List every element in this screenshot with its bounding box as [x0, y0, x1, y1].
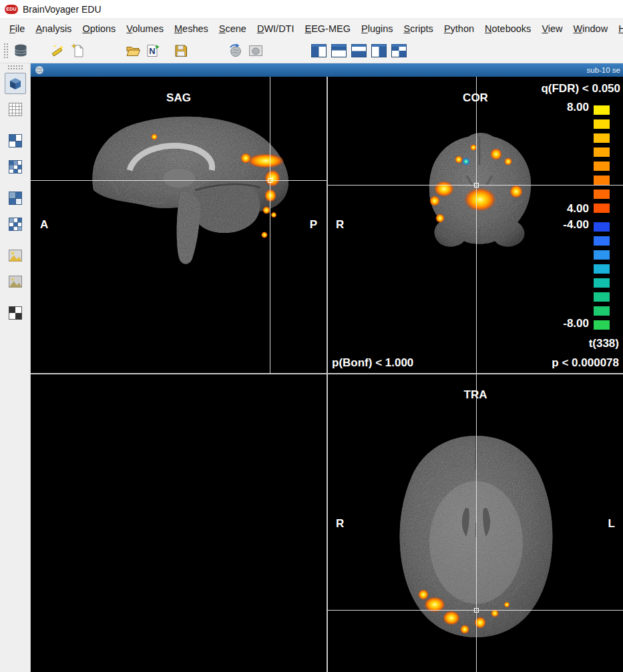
menubar: File Analysis Options Volumes Meshes Sce…: [0, 19, 623, 39]
sag-crosshair-vertical[interactable]: [270, 77, 270, 373]
cor-crosshair-center[interactable]: [474, 183, 479, 188]
layout-top-icon: [331, 44, 347, 57]
texture-map-1-icon: [7, 248, 23, 264]
tra-crosshair-center[interactable]: [474, 608, 479, 613]
layout-bottom-button[interactable]: [349, 41, 369, 61]
open-folder-button[interactable]: [123, 41, 143, 61]
brainvoyager-window: EDU BrainVoyager EDU File Analysis Optio…: [0, 0, 623, 672]
menu-plugins[interactable]: Plugins: [356, 20, 399, 37]
open-nifti-icon: N: [145, 43, 161, 59]
cor-left-label: R: [336, 218, 344, 232]
menu-analysis[interactable]: Analysis: [30, 20, 77, 37]
layout-top-button[interactable]: [329, 41, 349, 61]
svg-text:N: N: [149, 46, 155, 56]
transverse-view[interactable]: TRA R L: [328, 374, 623, 672]
main-toolbar: N: [0, 39, 623, 63]
layout-grid-button[interactable]: [389, 41, 409, 61]
scale-min-neg: -4.00: [563, 218, 589, 232]
texture-map-2-button[interactable]: [5, 271, 26, 292]
sidebar-grip[interactable]: [7, 65, 23, 70]
menu-options[interactable]: Options: [77, 20, 121, 37]
data-stack-button[interactable]: [11, 41, 31, 61]
layout-grid-icon: [391, 44, 407, 57]
sag-posterior-label: P: [310, 218, 317, 232]
left-toolbar: [0, 63, 31, 672]
quadrant-divider-horizontal: [31, 373, 623, 374]
menu-help[interactable]: Help: [613, 20, 623, 37]
multislice-view-2-button[interactable]: [5, 156, 26, 178]
menu-dwi-dti[interactable]: DWI/DTI: [252, 20, 300, 37]
open-folder-icon: [125, 43, 141, 59]
colorbar: [594, 105, 610, 334]
multislice-view-3-button[interactable]: [5, 188, 26, 209]
bonferroni-label: p(Bonf) < 1.000: [332, 356, 413, 370]
menu-volumes[interactable]: Volumes: [121, 20, 169, 37]
quadrant-divider-vertical: [327, 77, 328, 672]
sag-anterior-label: A: [40, 218, 48, 232]
menu-python[interactable]: Python: [439, 20, 479, 37]
brain-frame-button[interactable]: [246, 41, 266, 61]
slice-3d-view-button[interactable]: [5, 73, 26, 94]
sagittal-brain-image[interactable]: [31, 77, 327, 373]
import-brain-button[interactable]: [226, 41, 246, 61]
multislice-view-4-icon: [7, 216, 23, 232]
layout-right-button[interactable]: [369, 41, 389, 61]
multislice-view-3-icon: [7, 190, 23, 206]
titlebar[interactable]: EDU BrainVoyager EDU: [0, 0, 623, 19]
menu-window[interactable]: Window: [568, 20, 614, 37]
menu-file[interactable]: File: [4, 20, 30, 37]
scale-max-pos: 8.00: [567, 101, 589, 114]
toolbar-grip[interactable]: [3, 43, 9, 59]
transverse-brain-image[interactable]: [328, 374, 623, 672]
multislice-view-1-button[interactable]: [5, 130, 26, 151]
data-stack-icon: [13, 43, 29, 59]
dof-label: t(338): [589, 337, 619, 350]
menu-scripts[interactable]: Scripts: [399, 20, 439, 37]
brain-frame-icon: [248, 43, 264, 59]
sag-crosshair-center[interactable]: [268, 178, 272, 183]
multislice-view-4-button[interactable]: [5, 214, 26, 235]
document-brain-icon: [35, 65, 44, 75]
multislice-view-1-icon: [7, 133, 23, 149]
sag-crosshair-horizontal[interactable]: [31, 180, 327, 181]
document-window: sub-10 se: [31, 63, 623, 672]
grid-table-view-button[interactable]: [5, 99, 26, 120]
edu-logo-icon: EDU: [5, 5, 18, 14]
grid-table-view-icon: [7, 101, 23, 117]
menu-scene[interactable]: Scene: [214, 20, 252, 37]
sag-label: SAG: [31, 91, 327, 105]
menu-notebooks[interactable]: Notebooks: [479, 20, 536, 37]
magic-wand-button[interactable]: [48, 41, 68, 61]
texture-map-2-icon: [7, 274, 23, 290]
window-title: BrainVoyager EDU: [23, 4, 101, 15]
save-icon: [173, 43, 189, 59]
checkerboard-view-button[interactable]: [5, 302, 26, 324]
menu-meshes[interactable]: Meshes: [169, 20, 214, 37]
menu-eeg-meg[interactable]: EEG-MEG: [300, 20, 356, 37]
slice-3d-view-icon: [7, 75, 23, 91]
layout-bottom-icon: [351, 44, 367, 57]
magic-wand-icon: [50, 43, 66, 59]
document-title: sub-10 se: [586, 66, 620, 74]
document-titlebar[interactable]: sub-10 se: [31, 63, 623, 77]
cor-crosshair-vertical[interactable]: [476, 77, 477, 373]
empty-view[interactable]: [31, 374, 327, 672]
checkerboard-view-icon: [7, 305, 23, 321]
texture-map-1-button[interactable]: [5, 245, 26, 266]
tra-crosshair-vertical[interactable]: [476, 374, 477, 672]
tra-left-label: R: [336, 517, 344, 531]
p-value-label: p < 0.000078: [552, 356, 619, 370]
tra-label: TRA: [328, 388, 623, 402]
import-brain-icon: [228, 43, 244, 59]
menu-view[interactable]: View: [536, 20, 568, 37]
open-nifti-button[interactable]: N: [143, 41, 163, 61]
save-button[interactable]: [171, 41, 191, 61]
threshold-label: q(FDR) < 0.050: [541, 82, 620, 95]
new-document-button[interactable]: [68, 41, 88, 61]
layout-left-icon: [311, 44, 327, 57]
multislice-view-2-icon: [7, 159, 23, 175]
layout-left-button[interactable]: [308, 41, 329, 61]
tra-right-label: L: [608, 517, 615, 531]
sagittal-view[interactable]: SAG A P: [31, 77, 327, 373]
coronal-view[interactable]: COR R q(FDR) < 0.050 8.00 4.00 -4.00 -8.…: [328, 77, 623, 373]
